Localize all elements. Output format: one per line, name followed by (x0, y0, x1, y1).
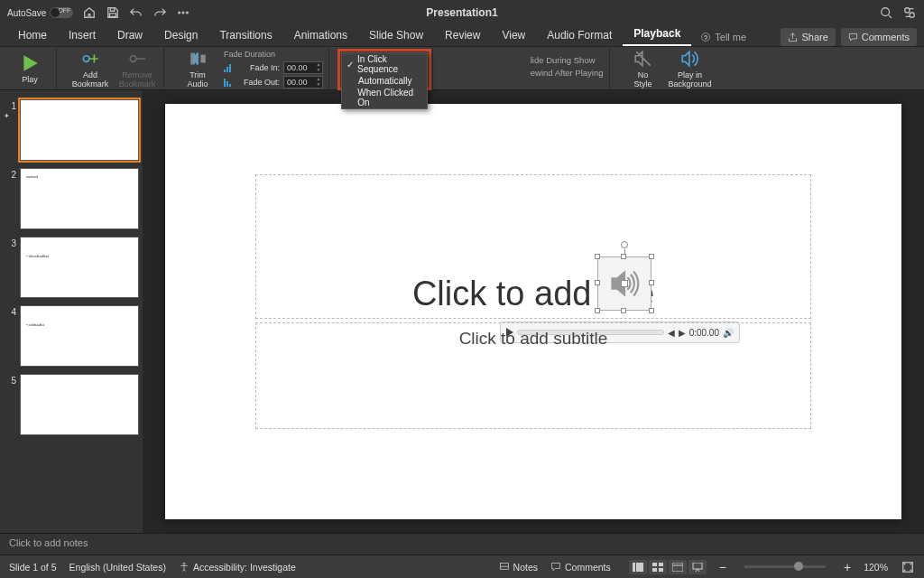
sync-icon[interactable] (902, 5, 917, 20)
fade-out-input[interactable]: 00.00▲▼ (283, 76, 323, 89)
comments-btn-label: Comments (565, 562, 611, 573)
svg-rect-18 (693, 563, 702, 569)
svg-point-0 (179, 12, 180, 14)
redo-icon[interactable] (152, 5, 167, 20)
svg-rect-14 (659, 563, 663, 566)
thumb-4[interactable]: • asldsadks (20, 305, 139, 367)
fade-duration-header: Fade Duration (224, 50, 323, 59)
tab-insert[interactable]: Insert (58, 25, 106, 46)
more-icon[interactable] (176, 5, 190, 20)
tab-draw[interactable]: Draw (106, 25, 153, 46)
accessibility-label: Accessibility: Investigate (193, 562, 296, 573)
trim-audio-button[interactable]: Trim Audio (177, 49, 218, 89)
hide-during-check[interactable]: lide During Show (531, 55, 596, 65)
save-icon[interactable] (106, 5, 120, 20)
tab-audioformat[interactable]: Audio Format (536, 25, 623, 46)
thumb-2-text: asdasd (26, 174, 38, 179)
normal-view-icon[interactable] (629, 560, 647, 574)
thumb-1[interactable] (20, 99, 139, 161)
slide[interactable]: ◀ ▶ 0:00.00 🔊 Click to add title Click t… (165, 104, 901, 519)
slideshow-view-icon[interactable] (688, 560, 707, 574)
fade-out-value: 00.00 (284, 78, 315, 87)
reading-view-icon[interactable] (669, 560, 687, 574)
zoom-slider[interactable] (744, 565, 826, 568)
dd-label-0: In Click Sequence (357, 54, 423, 74)
thumb-num-4: 4 (4, 305, 16, 367)
add-bookmark-button[interactable]: Add Bookmark (69, 49, 111, 89)
thumb-2[interactable]: asdasd (20, 168, 139, 229)
trim-audio-label: Trim Audio (187, 70, 208, 89)
rotate-handle[interactable] (621, 241, 628, 248)
comments-label: Comments (862, 32, 910, 42)
notes-pane[interactable]: Click to add notes (0, 533, 924, 555)
audio-object[interactable] (597, 256, 651, 311)
view-buttons (629, 560, 707, 574)
thumb-num-3: 3 (4, 237, 16, 298)
thumb-5[interactable] (20, 374, 139, 435)
slide-thumbnails[interactable]: 1✦ 2asdasd 3• slkaslkadlsal 4• asldsadks… (0, 90, 143, 533)
notes-toggle[interactable]: Notes (499, 562, 538, 573)
slide-counter: Slide 1 of 5 (9, 562, 57, 573)
rewind-after-check[interactable]: ewind After Playing (531, 68, 604, 78)
main-area: 1✦ 2asdasd 3• slkaslkadlsal 4• asldsadks… (0, 90, 924, 533)
svg-point-8 (130, 55, 136, 61)
title-placeholder[interactable]: ◀ ▶ 0:00.00 🔊 Click to add title (255, 174, 811, 319)
speaker-icon (608, 267, 641, 300)
dropdown-item-auto[interactable]: Automatically (342, 75, 427, 87)
svg-rect-17 (672, 563, 683, 572)
tab-animations[interactable]: Animations (283, 25, 358, 46)
no-style-button[interactable]: No Style (623, 49, 664, 89)
share-button[interactable]: Share (781, 28, 835, 46)
hide-during-label: lide During Show (531, 55, 596, 65)
add-bookmark-label: Add Bookmark (72, 70, 109, 89)
language-status[interactable]: English (United States) (69, 562, 166, 573)
play-bg-label: Play in Background (669, 70, 712, 89)
home-icon[interactable] (82, 5, 97, 20)
thumb-3[interactable]: • slkaslkadlsal (20, 237, 139, 298)
zoom-value[interactable]: 120% (864, 562, 888, 573)
subtitle-text[interactable]: Click to add subtitle (256, 329, 810, 349)
search-icon[interactable] (879, 5, 893, 20)
svg-rect-11 (633, 563, 635, 572)
tab-home[interactable]: Home (7, 25, 58, 46)
zoom-in[interactable]: + (844, 560, 851, 574)
tab-playback[interactable]: Playback (623, 23, 691, 46)
tab-slideshow[interactable]: Slide Show (358, 25, 434, 46)
autosave-pill[interactable]: OFF (50, 7, 73, 18)
zoom-out[interactable]: − (719, 560, 726, 574)
tab-transitions[interactable]: Transitions (208, 25, 282, 46)
svg-rect-12 (636, 563, 643, 572)
fit-window-icon[interactable] (901, 560, 915, 574)
autosave-label: AutoSave (7, 8, 46, 18)
comments-button[interactable]: Comments (841, 28, 917, 46)
notes-btn-label: Notes (513, 562, 538, 573)
comments-toggle[interactable]: Comments (550, 562, 611, 573)
fade-in-icon (224, 63, 235, 72)
sorter-view-icon[interactable] (649, 560, 667, 574)
dropdown-item-clicked[interactable]: When Clicked On (342, 87, 427, 108)
title-text[interactable]: Click to add title (256, 275, 810, 313)
autosave-state: OFF (58, 7, 70, 14)
start-dropdown[interactable]: ✓In Click Sequence Automatically When Cl… (341, 52, 428, 109)
svg-rect-15 (652, 568, 657, 572)
undo-icon[interactable] (129, 5, 143, 20)
accessibility-status[interactable]: Accessibility: Investigate (179, 562, 296, 573)
tab-design[interactable]: Design (153, 25, 208, 46)
autosave-toggle[interactable]: AutoSave OFF (7, 7, 73, 18)
rewind-after-label: ewind After Playing (531, 68, 604, 78)
play-background-button[interactable]: Play in Background (670, 49, 711, 89)
fade-out-label: Fade Out: (238, 78, 280, 87)
svg-rect-16 (659, 568, 663, 572)
dd-label-2: When Clicked On (357, 88, 423, 107)
slide-canvas[interactable]: ◀ ▶ 0:00.00 🔊 Click to add title Click t… (143, 90, 924, 533)
play-button[interactable]: Play (9, 53, 51, 84)
tab-review[interactable]: Review (434, 25, 491, 46)
fade-in-input[interactable]: 00.00▲▼ (283, 61, 323, 74)
fade-duration-group: Fade Duration Fade In: 00.00▲▼ Fade Out:… (224, 48, 323, 89)
subtitle-placeholder[interactable]: Click to add subtitle (255, 322, 811, 429)
tab-view[interactable]: View (491, 25, 536, 46)
thumb-4-text: • asldsadks (26, 322, 44, 327)
thumb-num-5: 5 (4, 374, 16, 435)
tell-me[interactable]: Tell me (691, 28, 755, 46)
dropdown-item-sequence[interactable]: ✓In Click Sequence (342, 53, 427, 75)
